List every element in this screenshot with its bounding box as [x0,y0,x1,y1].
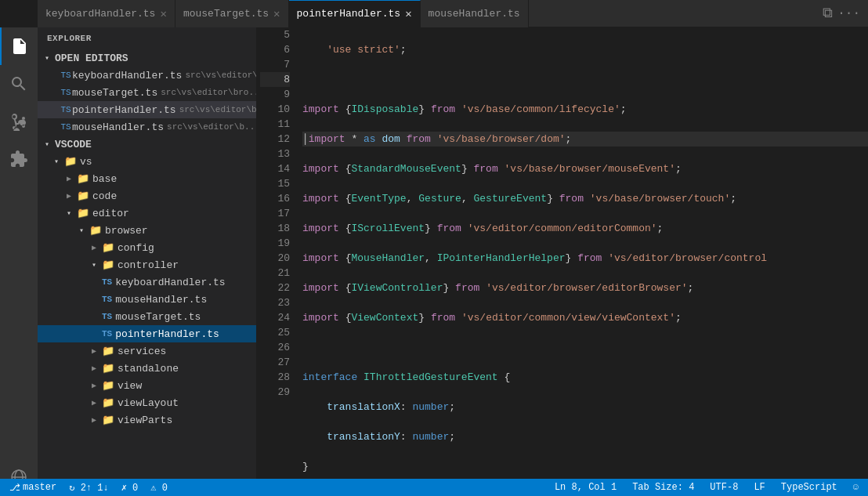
folder-browser-icon: 📁 [89,224,102,237]
sidebar: EXPLORER ▾ OPEN EDITORS TS keyboardHandl… [38,27,257,496]
activity-search[interactable] [0,65,38,103]
tab-size-status[interactable]: Tab Size: 4 [629,482,697,493]
editor-content: 5 6 7 8 9 10 11 12 13 14 15 16 17 18 19 … [257,27,868,496]
sidebar-content: ▾ OPEN EDITORS TS keyboardHandler.ts src… [38,49,256,496]
open-editor-mousehandler-path: src\vs\editor\b... [167,122,256,132]
base-arrow: ▶ [63,172,75,185]
code-line-14: import {ViewContext} from 'vs/editor/com… [302,310,868,325]
status-bar: ⎇ master ↻ 2↑ 1↓ ✗ 0 ⚠ 0 Ln 8, Col 1 Tab… [0,479,868,496]
file-keyboardhandler[interactable]: TS keyboardHandler.ts [38,273,256,291]
top-tab-mousetarget-close[interactable]: ✕ [273,7,280,20]
controller-arrow: ▾ [88,259,100,271]
top-tab-pointer[interactable]: pointerHandler.ts ✕ [289,0,421,27]
status-left: ⎇ master ↻ 2↑ 1↓ ✗ 0 ⚠ 0 [6,482,171,494]
file-pointerhandler[interactable]: TS pointerHandler.ts [38,325,256,342]
file-mousehandler[interactable]: TS mouseHandler.ts [38,291,256,308]
open-editor-keyboard[interactable]: TS keyboardHandler.ts src\vs\editor\... [38,67,256,84]
open-editor-pointerhandler[interactable]: TS pointerHandler.ts src\vs\editor\b... [38,101,256,118]
file-mousetarget-label: mouseTarget.ts [115,311,201,323]
file-icon-4: TS [60,121,72,133]
folder-standalone-icon: 📁 [102,362,114,375]
top-tab-bar: keyboardHandler.ts ✕ mouseTarget.ts ✕ po… [38,0,868,27]
sync-status[interactable]: ↻ 2↑ 1↓ [66,482,111,494]
folder-editor-icon: 📁 [77,207,89,219]
vscode-arrow: ▾ [41,138,53,150]
folder-config[interactable]: ▶ 📁 config [38,239,256,256]
top-tab-keyboard-close[interactable]: ✕ [160,7,166,20]
file-icon-2: TS [60,86,72,99]
open-editors-header[interactable]: ▾ OPEN EDITORS [38,49,256,67]
code-line-12: import {MouseHandler, IPointerHandlerHel… [302,251,868,266]
folder-browser-label: browser [105,225,148,237]
folder-config-icon: 📁 [102,241,114,254]
file-ts-icon-3: TS [102,312,112,321]
top-tab-mousehandler[interactable]: mouseHandler.ts [421,0,529,27]
code-line-6 [302,72,868,87]
more-btn[interactable]: ··· [837,6,860,20]
folder-viewparts[interactable]: ▶ 📁 viewParts [38,411,256,429]
open-editor-pointerhandler-path: src\vs\editor\b... [179,105,256,114]
folder-base[interactable]: ▶ 📁 base [38,170,256,187]
folder-browser[interactable]: ▾ 📁 browser [38,222,256,239]
folder-config-label: config [118,242,154,254]
top-tab-pointer-close[interactable]: ✕ [405,7,411,20]
file-ts-icon-2: TS [102,295,112,304]
code-line-8: │import * as dom from 'vs/base/browser/d… [302,132,868,147]
code-line-19: } [302,459,868,474]
sync-label: ↻ 2↑ 1↓ [69,482,108,494]
services-arrow: ▶ [88,345,100,357]
language-status[interactable]: TypeScript [778,482,841,493]
file-pointerhandler-label: pointerHandler.ts [115,328,219,340]
folder-base-label: base [92,173,117,185]
open-editor-mousetarget[interactable]: TS mouseTarget.ts src\vs\editor\bro... [38,84,256,101]
open-editor-mousehandler[interactable]: TS mouseHandler.ts src\vs\editor\b... [38,118,256,136]
code-editor[interactable]: 'use strict'; import {IDisposable} from … [296,27,868,496]
folder-vs-icon: 📁 [64,155,77,168]
encoding-status[interactable]: UTF-8 [707,482,741,493]
code-line-5: 'use strict'; [302,42,868,57]
code-arrow: ▶ [63,190,75,202]
split-editor-btn[interactable]: ⧉ [823,5,833,21]
eol-label: LF [754,482,765,493]
folder-standalone[interactable]: ▶ 📁 standalone [38,360,256,377]
vscode-header[interactable]: ▾ VSCODE [38,136,256,153]
code-line-13: import {IViewController} from 'vs/editor… [302,281,868,295]
top-tab-keyboard[interactable]: keyboardHandler.ts ✕ [38,0,175,27]
cursor-label: Ln 8, Col 1 [555,482,617,493]
smiley-icon: ☺ [853,482,859,493]
code-line-9: import {StandardMouseEvent} from 'vs/bas… [302,161,868,176]
code-line-18: translationY: number; [302,429,868,444]
folder-code[interactable]: ▶ 📁 code [38,187,256,205]
status-right: Ln 8, Col 1 Tab Size: 4 UTF-8 LF TypeScr… [552,482,862,493]
config-arrow: ▶ [88,241,100,254]
code-line-15 [302,340,868,355]
code-line-17: translationX: number; [302,400,868,415]
activity-extensions[interactable] [0,140,38,178]
vscode-label: VSCODE [55,139,92,150]
warnings-status[interactable]: ⚠ 0 [147,482,171,494]
errors-status[interactable]: ✗ 0 [118,482,142,494]
activity-git[interactable] [0,103,38,140]
eol-status[interactable]: LF [750,482,768,493]
folder-services[interactable]: ▶ 📁 services [38,342,256,360]
top-tab-mousetarget[interactable]: mouseTarget.ts ✕ [175,0,289,27]
folder-viewparts-icon: 📁 [102,414,114,426]
cursor-position[interactable]: Ln 8, Col 1 [552,482,620,493]
open-editor-mousetarget-name: mouseTarget.ts [72,87,157,99]
smiley-status[interactable]: ☺ [850,482,862,493]
activity-explorer[interactable] [0,27,38,65]
branch-status[interactable]: ⎇ master [6,482,60,494]
folder-vs[interactable]: ▾ 📁 vs [38,153,256,170]
folder-viewlayout[interactable]: ▶ 📁 viewLayout [38,394,256,411]
code-line-11: import {IScrollEvent} from 'vs/editor/co… [302,221,868,236]
folder-viewparts-label: viewParts [118,415,172,426]
warnings-label: ⚠ 0 [150,482,168,494]
folder-editor[interactable]: ▾ 📁 editor [38,205,256,222]
folder-viewlayout-icon: 📁 [102,396,114,409]
folder-view[interactable]: ▶ 📁 view [38,377,256,394]
folder-vs-label: vs [80,156,92,168]
view-arrow: ▶ [88,379,100,392]
folder-controller[interactable]: ▾ 📁 controller [38,256,256,273]
editor-area: keyboardHandler.ts ✕ mouseTarget.ts ✕ po… [257,27,868,496]
file-mousetarget[interactable]: TS mouseTarget.ts [38,308,256,325]
